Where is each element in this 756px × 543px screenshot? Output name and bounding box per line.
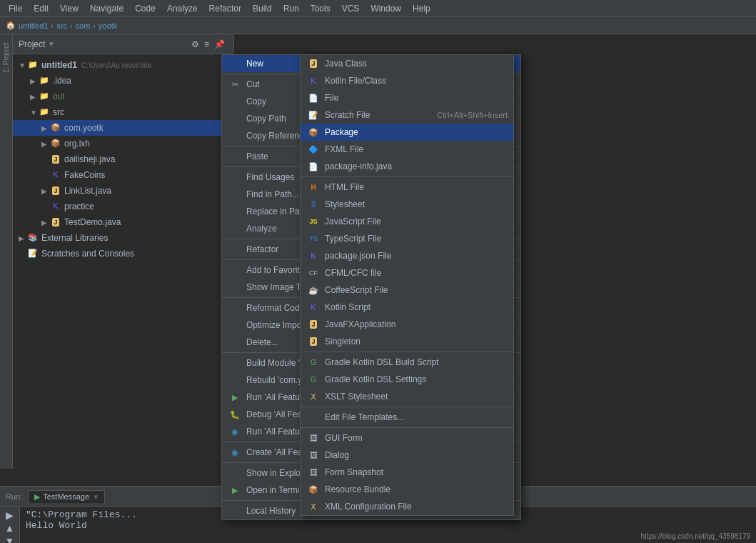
sub-edit-templates[interactable]: Edit File Templates...: [301, 409, 513, 426]
breadcrumb-part4[interactable]: yootk: [99, 21, 117, 30]
tree-item-linklist[interactable]: ▶ J LinkList.java: [13, 183, 233, 199]
expand-arrow: ▶: [41, 140, 50, 148]
sub-icon-xslt: X: [306, 392, 321, 401]
sub-gradle-build[interactable]: G Gradle Kotlin DSL Build Script: [301, 354, 513, 371]
sub-icon-gui-form: 🖼: [306, 434, 321, 442]
menu-build[interactable]: Build: [247, 2, 278, 15]
tree-item-external-libs[interactable]: ▶ 📚 External Libraries: [13, 230, 233, 246]
expand-arrow: ▶: [41, 124, 50, 132]
sub-label-coffee: CoffeeScript File: [325, 285, 508, 295]
menu-view[interactable]: View: [54, 2, 84, 15]
tree-label-practice: practice: [64, 201, 94, 211]
sub-resource-bundle[interactable]: 📦 Resource Bundle: [301, 481, 513, 498]
sub-label-cfml: CFML/CFC file: [325, 268, 508, 278]
sub-js[interactable]: JS JavaScript File: [301, 213, 513, 230]
sub-label-scratch-file: Scratch File: [325, 110, 437, 120]
tree-item-org-lxh[interactable]: ▶ 📦 org.lxh: [13, 136, 233, 151]
tree-item-practice[interactable]: K practice: [13, 199, 233, 214]
tree-item-out[interactable]: ▶ 📁 out: [13, 89, 233, 104]
sub-icon-html: H: [306, 184, 321, 191]
menu-vcs[interactable]: VCS: [336, 2, 366, 15]
menu-run[interactable]: Run: [278, 2, 305, 15]
menu-edit[interactable]: Edit: [28, 2, 54, 15]
menu-refactor[interactable]: Refactor: [203, 2, 247, 15]
pin-icon[interactable]: 📌: [214, 39, 225, 49]
run-up-button[interactable]: ▲: [2, 522, 18, 534]
sub-package-info[interactable]: 📄 package-info.java: [301, 158, 513, 175]
tree-item-idea[interactable]: ▶ 📁 .idea: [13, 73, 233, 89]
run-tab[interactable]: ▶ TestMessage ×: [28, 490, 104, 503]
sub-xml[interactable]: X XML Configuration File: [301, 498, 513, 515]
run-side-buttons: ▶ ▲ ▼: [0, 507, 20, 543]
sub-label-dialog: Dialog: [325, 450, 508, 460]
package-icon: 📦: [50, 123, 61, 133]
sub-gradle-settings[interactable]: G Gradle Kotlin DSL Settings: [301, 371, 513, 388]
settings-icon[interactable]: ⚙: [191, 39, 199, 49]
sub-label-gradle-build: Gradle Kotlin DSL Build Script: [325, 357, 508, 367]
menu-tools[interactable]: Tools: [305, 2, 336, 15]
breadcrumb-part2[interactable]: src: [56, 21, 67, 30]
run-down-button[interactable]: ▼: [2, 535, 18, 543]
sub-icon-dialog: 🖼: [306, 451, 321, 459]
tree-item-dailisheji[interactable]: J dailisheji.java: [13, 151, 233, 167]
sub-stylesheet[interactable]: S Stylesheet: [301, 196, 513, 213]
sub-coffee[interactable]: ☕ CoffeeScript File: [301, 282, 513, 299]
sub-package-json[interactable]: K package.json File: [301, 247, 513, 264]
breadcrumb-part3[interactable]: com: [76, 21, 91, 30]
sub-ts[interactable]: TS TypeScript File: [301, 230, 513, 247]
watermark: https://blog.csdn.net/qq_43598179: [641, 532, 750, 540]
tree-label-dailisheji: dailisheji.java: [64, 154, 115, 164]
sub-cfml[interactable]: CF CFML/CFC file: [301, 264, 513, 282]
menu-file[interactable]: File: [3, 2, 28, 15]
expand-arrow: ▶: [19, 234, 27, 242]
menu-help[interactable]: Help: [407, 2, 436, 15]
run-output-hello: Hello World: [26, 520, 750, 531]
sub-javafx[interactable]: J JavaFXApplication: [301, 316, 513, 333]
sub-singleton[interactable]: J Singleton: [301, 333, 513, 350]
sub-label-html: HTML File: [325, 182, 508, 192]
tree-item-src[interactable]: ▼ 📁 src: [13, 104, 233, 120]
menu-window[interactable]: Window: [365, 2, 407, 15]
tab-close-icon[interactable]: ×: [94, 492, 98, 501]
project-tree: ▼ 📁 untitled1 C:\Users\Au revoir\Ide ▶ 📁…: [13, 54, 233, 469]
sub-kotlin-class[interactable]: K Kotlin File/Class: [301, 72, 513, 89]
sub-html[interactable]: H HTML File: [301, 179, 513, 196]
sub-java-class[interactable]: J Java Class: [301, 55, 513, 72]
sub-fxml[interactable]: 🔷 FXML File: [301, 141, 513, 158]
sub-icon-singleton: J: [306, 337, 321, 346]
menu-analyze[interactable]: Analyze: [161, 2, 203, 15]
tree-item-fakecoins[interactable]: K FakeCoins: [13, 167, 233, 183]
sub-dialog[interactable]: 🖼 Dialog: [301, 447, 513, 464]
tree-label-out: out: [53, 91, 65, 101]
menu-navigate[interactable]: Navigate: [84, 2, 129, 15]
sub-label-xml: XML Configuration File: [325, 502, 508, 512]
sub-icon-kotlin-class: K: [306, 76, 321, 85]
run-play-button[interactable]: ▶: [2, 509, 18, 521]
tree-label-org-lxh: org.lxh: [64, 139, 90, 149]
sub-scratch-file[interactable]: 📝 Scratch File Ctrl+Alt+Shift+Insert: [301, 106, 513, 124]
tree-label-com-yootk: com.yootk: [64, 123, 104, 133]
tree-item-testdemo[interactable]: ▶ J TestDemo.java: [13, 214, 233, 230]
sub-icon-javafx: J: [306, 320, 321, 329]
expand-arrow: ▶: [30, 93, 39, 101]
sub-icon-xml: X: [306, 502, 321, 511]
breadcrumb-part1[interactable]: untitled1: [19, 21, 49, 30]
sub-form-snapshot[interactable]: 🖼 Form Snapshot: [301, 464, 513, 481]
project-dropdown-icon[interactable]: ▾: [49, 39, 54, 49]
tree-item-root[interactable]: ▼ 📁 untitled1 C:\Users\Au revoir\Ide: [13, 57, 233, 73]
java-file-icon: J: [50, 154, 61, 164]
menu-code[interactable]: Code: [129, 2, 161, 15]
sub-gui-form[interactable]: 🖼 GUI Form: [301, 429, 513, 447]
java-file-icon: J: [50, 186, 61, 196]
tree-item-scratches[interactable]: 📝 Scratches and Consoles: [13, 246, 233, 261]
sub-file[interactable]: 📄 File: [301, 89, 513, 106]
java-file-icon: J: [50, 217, 61, 227]
sub-kotlin-script[interactable]: K Kotlin Script: [301, 299, 513, 316]
tree-item-com-yootk[interactable]: ▶ 📦 com.yootk: [13, 120, 233, 136]
layout-icon[interactable]: ≡: [204, 39, 209, 49]
sub-icon-gradle-settings: G: [306, 375, 321, 384]
sub-xslt[interactable]: X XSLT Stylesheet: [301, 388, 513, 405]
run-tab-run-icon: ▶: [34, 492, 40, 502]
sub-package[interactable]: 📦 Package: [301, 124, 513, 141]
tree-label-testdemo: TestDemo.java: [64, 217, 121, 227]
